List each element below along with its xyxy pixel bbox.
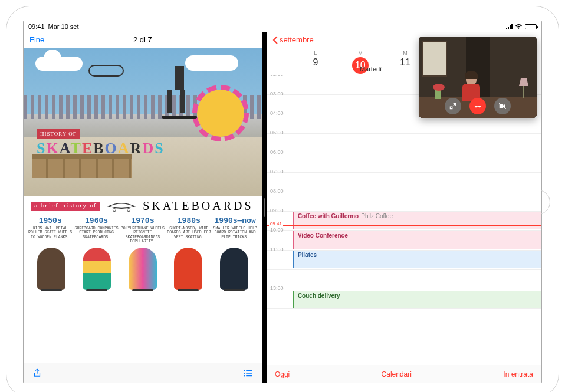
decade-item: 1950sKIDS NAIL METAL ROLLER SKATE WHEELS… — [28, 216, 72, 244]
decades-row: 1950sKIDS NAIL METAL ROLLER SKATE WHEELS… — [24, 214, 262, 245]
brief-badge: a brief history of — [31, 202, 100, 211]
chevron-left-icon — [272, 36, 278, 44]
page-counter: 2 di 7 — [133, 35, 152, 44]
pip-controls — [419, 98, 537, 114]
calendars-button[interactable]: Calendari — [382, 370, 412, 378]
inbox-button[interactable]: In entrata — [503, 370, 533, 378]
pip-flowers-illustration — [433, 84, 445, 91]
hero-title: HISTORY OF SKATEBOARDS — [37, 127, 165, 157]
event-video[interactable]: Video Conference — [293, 231, 541, 249]
skateboard-thumb — [220, 248, 248, 290]
skateboard-thumb — [174, 248, 202, 290]
day-cell[interactable]: L9 — [302, 50, 329, 74]
event-couch[interactable]: Couch delivery — [293, 291, 541, 308]
brief-title: SKATEBOARDS — [143, 199, 253, 213]
status-date: Mar 10 set — [48, 23, 79, 30]
split-divider[interactable] — [262, 32, 267, 383]
signal-icon — [506, 24, 513, 29]
done-button[interactable]: Fine — [29, 35, 44, 44]
back-label: settembre — [280, 35, 314, 44]
svg-point-1 — [127, 208, 130, 211]
svg-point-3 — [244, 372, 245, 373]
decade-item: 1980sSHORT-NOSED, WIDE BOARDS ARE USED F… — [167, 216, 211, 244]
hero-word: SKATEBOARDS — [37, 140, 165, 157]
star-burst-illustration — [197, 90, 244, 137]
wifi-icon — [515, 24, 523, 29]
pip-person-illustration — [466, 73, 480, 101]
back-button[interactable]: settembre — [272, 35, 314, 44]
calendar-footer: Oggi Calendari In entrata — [267, 365, 541, 383]
list-icon[interactable] — [243, 368, 254, 378]
decade-item: 1990s—nowSMALLER WHEELS HELP BOARD ROTAT… — [213, 216, 257, 244]
brief-heading: a brief history of SKATEBOARDS — [24, 196, 262, 214]
pip-lamp-illustration — [519, 78, 528, 98]
screen: 09:41 Mar 10 set Fine 2 di 7 — [23, 21, 542, 383]
cloud-illustration — [35, 57, 83, 71]
pip-expand-button[interactable] — [445, 98, 461, 114]
skateboard-thumb — [129, 248, 157, 290]
pip-camera-off-button[interactable] — [494, 98, 511, 114]
hero-image[interactable]: HISTORY OF SKATEBOARDS — [24, 48, 262, 196]
skateboard-sketch-icon — [106, 200, 137, 213]
decade-item: 1970sPOLYURETHANE WHEELS REIGNITE SKATEB… — [121, 216, 165, 244]
ipad-device: 09:41 Mar 10 set Fine 2 di 7 — [6, 6, 559, 392]
pallet-illustration — [32, 154, 132, 178]
hero-badge: HISTORY OF — [37, 129, 80, 139]
left-toolbar — [24, 363, 262, 383]
svg-point-0 — [113, 208, 116, 211]
battery-icon — [525, 24, 537, 29]
skateboard-thumb — [83, 248, 111, 290]
pip-hangup-button[interactable] — [469, 98, 486, 114]
status-time: 09:41 — [28, 23, 45, 30]
share-icon[interactable] — [32, 368, 42, 378]
decade-item: 1960sSURFBOARD COMPANIES START PRODUCING… — [74, 216, 118, 244]
skateboard-thumb — [37, 248, 65, 290]
timeline[interactable]: 02:00 03:00 04:00 05:00 06:00 07:00 08:0… — [267, 75, 541, 365]
event-pilates[interactable]: Pilates — [293, 251, 541, 268]
split-view: Fine 2 di 7 HISTORY OF — [24, 32, 541, 383]
status-bar: 09:41 Mar 10 set — [24, 21, 541, 32]
skater-illustration — [156, 66, 203, 119]
boards-row — [24, 245, 262, 291]
now-indicator: 09:41 — [267, 225, 541, 226]
svg-point-2 — [244, 370, 245, 371]
calendar-app: settembre L9 M10 M11 Martedì 02:00 03:00… — [267, 32, 541, 383]
today-button[interactable]: Oggi — [275, 370, 290, 378]
cloud-outline-illustration — [88, 65, 124, 77]
left-header: Fine 2 di 7 — [24, 32, 262, 48]
pip-facetime[interactable] — [419, 37, 537, 118]
pip-window-illustration — [422, 41, 447, 77]
svg-point-4 — [244, 375, 245, 376]
event-coffee[interactable]: Coffee with GuillermoPhilz Coffee — [293, 212, 541, 229]
left-app: Fine 2 di 7 HISTORY OF — [24, 32, 262, 383]
